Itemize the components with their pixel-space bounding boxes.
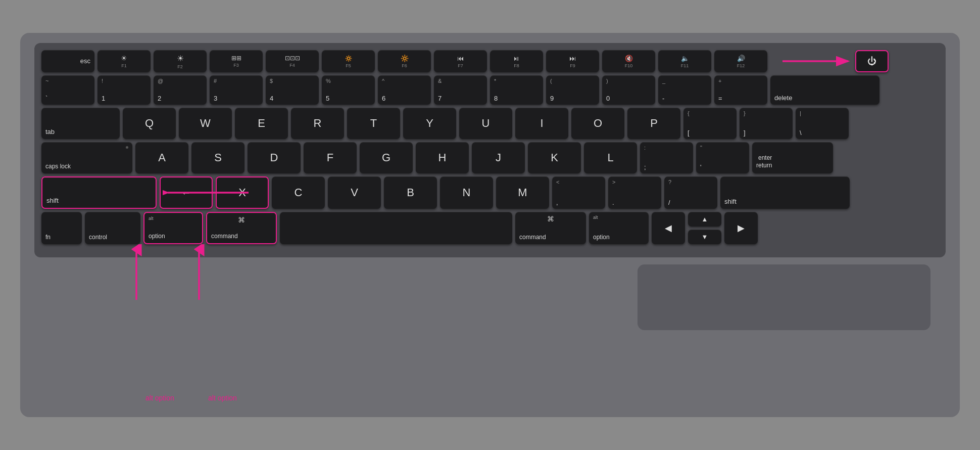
key-y[interactable]: Y [403,108,456,139]
key-g[interactable]: G [360,142,413,173]
key-m[interactable]: M [496,176,549,209]
key-minus[interactable]: _ - [658,75,711,105]
key-7[interactable]: & 7 [434,75,487,105]
key-f5[interactable]: 🔅 F5 [322,50,375,72]
alt-option-left-text: alt option [145,394,174,402]
key-r[interactable]: R [291,108,344,139]
f4-icon: ⊡⊡⊡ [285,55,300,62]
key-j[interactable]: J [472,142,525,173]
key-fn[interactable]: fn [41,212,82,244]
key-2[interactable]: @ 2 [154,75,207,105]
key-power[interactable]: ⏻ [855,50,889,72]
key-open-bracket[interactable]: { [ [683,108,737,139]
key-4[interactable]: $ 4 [266,75,319,105]
key-i[interactable]: I [515,108,568,139]
key-arrow-right[interactable]: ▶ [724,212,758,244]
key-p[interactable]: P [627,108,680,139]
key-f8[interactable]: ⏯ F8 [490,50,543,72]
key-period[interactable]: > . [608,176,661,209]
key-6[interactable]: ^ 6 [378,75,431,105]
f8-label: F8 [514,63,519,68]
shift-row: shift ← X C V [41,176,939,209]
f11-label: F11 [681,63,689,68]
key-v[interactable]: V [328,176,381,209]
key-spacebar[interactable] [280,212,512,244]
key-close-bracket[interactable]: } ] [740,108,793,139]
key-option-right[interactable]: alt option [589,212,649,244]
key-x-highlighted[interactable]: X [216,176,269,209]
f3-label: F3 [233,63,239,68]
shift-left-label: shift [46,197,59,204]
key-arrow-up[interactable]: ▲ [688,212,721,227]
key-b[interactable]: B [384,176,437,209]
key-backtick[interactable]: ~ ` [41,75,94,105]
arrow-up-icon: ▲ [702,215,708,223]
key-f3[interactable]: ⊞⊞ F3 [210,50,263,72]
key-f[interactable]: F [304,142,357,173]
key-l[interactable]: L [584,142,637,173]
key-f6[interactable]: 🔆 F6 [378,50,431,72]
key-f12[interactable]: 🔊 F12 [714,50,767,72]
f1-icon: ☀ [121,54,127,62]
key-option-left[interactable]: alt option [143,212,203,244]
key-equals[interactable]: + = [714,75,767,105]
key-enter[interactable]: enterreturn [752,142,833,173]
key-0[interactable]: ) 0 [602,75,655,105]
key-h[interactable]: H [416,142,469,173]
key-t[interactable]: T [347,108,400,139]
key-q[interactable]: Q [123,108,176,139]
key-quote[interactable]: " ' [696,142,749,173]
key-backslash-small[interactable]: ← [160,176,213,209]
key-backslash[interactable]: | \ [796,108,849,139]
key-9[interactable]: ( 9 [546,75,599,105]
key-s[interactable]: S [191,142,244,173]
key-slash[interactable]: ? / [664,176,717,209]
key-w[interactable]: W [179,108,232,139]
key-f9[interactable]: ⏭ F9 [546,50,599,72]
key-control[interactable]: control [85,212,140,244]
key-u[interactable]: U [459,108,512,139]
key-caps-lock[interactable]: caps lock [41,142,132,173]
key-command-right[interactable]: ⌘ command [515,212,586,244]
key-f10[interactable]: 🔇 F10 [602,50,655,72]
key-delete[interactable]: delete [770,75,879,105]
tab-label: tab [45,128,55,136]
key-f2[interactable]: ☀ F2 [154,50,207,72]
key-f7[interactable]: ⏮ F7 [434,50,487,72]
key-d[interactable]: D [248,142,301,173]
key-arrow-left[interactable]: ◀ [652,212,685,244]
touchpad-area [34,257,946,330]
key-e[interactable]: E [235,108,288,139]
key-1[interactable]: ! 1 [97,75,151,105]
key-c[interactable]: C [272,176,325,209]
f9-icon: ⏭ [569,55,576,62]
key-command-left[interactable]: ⌘ command [206,212,277,244]
key-f11[interactable]: 🔈 F11 [658,50,711,72]
key-k[interactable]: K [528,142,581,173]
key-shift-left[interactable]: shift [41,176,157,209]
key-o[interactable]: O [571,108,624,139]
cmd-sym-right: ⌘ [547,215,554,223]
cmd-sym-left: ⌘ [238,216,245,224]
key-f4[interactable]: ⊡⊡⊡ F4 [266,50,319,72]
key-shift-right[interactable]: shift [720,176,850,209]
option-alt-label: alt [149,216,154,221]
key-8[interactable]: * 8 [490,75,543,105]
key-3[interactable]: # 3 [210,75,263,105]
touchpad[interactable] [638,264,930,330]
key-n[interactable]: N [440,176,493,209]
key-tab[interactable]: tab [41,108,120,139]
cmd-label-left: command [211,233,238,240]
key-5[interactable]: % 5 [322,75,375,105]
fn-label: fn [45,234,51,241]
key-a[interactable]: A [135,142,188,173]
alt-option-right-text: alt option [208,394,237,402]
keyboard-container: esc ☀ F1 ☀ F2 ⊞⊞ F3 ⊡⊡⊡ F4 [20,33,960,417]
key-semicolon[interactable]: : ; [640,142,693,173]
key-esc[interactable]: esc [41,50,94,72]
key-f1[interactable]: ☀ F1 [97,50,151,72]
key-arrow-down[interactable]: ▼ [688,230,721,244]
key-comma[interactable]: < , [552,176,605,209]
caps-lock-label: caps lock [45,163,71,170]
f1-label: F1 [121,63,127,68]
